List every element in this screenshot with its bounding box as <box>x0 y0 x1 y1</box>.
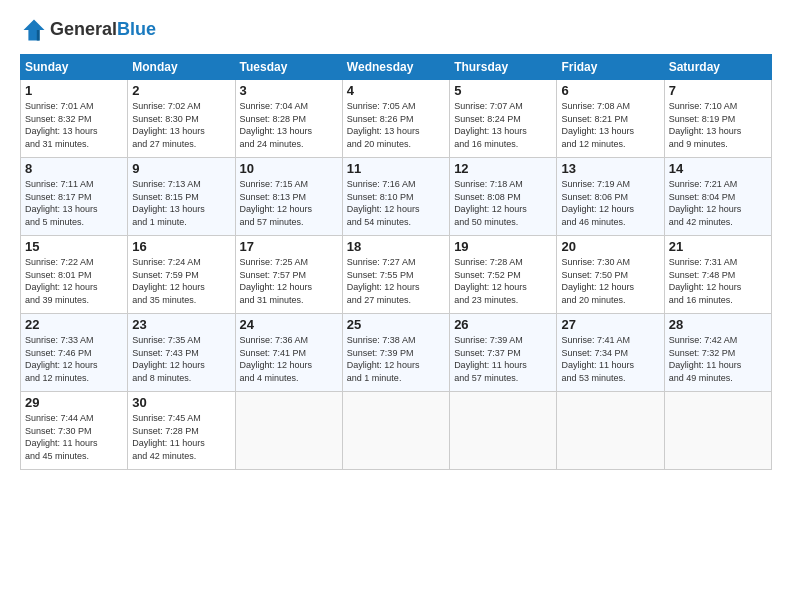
day-number: 9 <box>132 161 230 176</box>
day-number: 18 <box>347 239 445 254</box>
weekday-header: Saturday <box>664 55 771 80</box>
day-info: Sunrise: 7:10 AM Sunset: 8:19 PM Dayligh… <box>669 100 767 150</box>
weekday-header: Tuesday <box>235 55 342 80</box>
header: GeneralBlue <box>20 16 772 44</box>
day-info: Sunrise: 7:38 AM Sunset: 7:39 PM Dayligh… <box>347 334 445 384</box>
calendar: SundayMondayTuesdayWednesdayThursdayFrid… <box>20 54 772 470</box>
day-info: Sunrise: 7:30 AM Sunset: 7:50 PM Dayligh… <box>561 256 659 306</box>
day-number: 25 <box>347 317 445 332</box>
day-number: 22 <box>25 317 123 332</box>
day-info: Sunrise: 7:22 AM Sunset: 8:01 PM Dayligh… <box>25 256 123 306</box>
calendar-cell <box>235 392 342 470</box>
calendar-week-row: 1Sunrise: 7:01 AM Sunset: 8:32 PM Daylig… <box>21 80 772 158</box>
calendar-cell: 3Sunrise: 7:04 AM Sunset: 8:28 PM Daylig… <box>235 80 342 158</box>
day-info: Sunrise: 7:04 AM Sunset: 8:28 PM Dayligh… <box>240 100 338 150</box>
day-number: 2 <box>132 83 230 98</box>
calendar-cell: 13Sunrise: 7:19 AM Sunset: 8:06 PM Dayli… <box>557 158 664 236</box>
calendar-week-row: 8Sunrise: 7:11 AM Sunset: 8:17 PM Daylig… <box>21 158 772 236</box>
calendar-cell: 23Sunrise: 7:35 AM Sunset: 7:43 PM Dayli… <box>128 314 235 392</box>
day-number: 30 <box>132 395 230 410</box>
weekday-header: Thursday <box>450 55 557 80</box>
day-number: 28 <box>669 317 767 332</box>
calendar-cell: 2Sunrise: 7:02 AM Sunset: 8:30 PM Daylig… <box>128 80 235 158</box>
day-number: 3 <box>240 83 338 98</box>
calendar-week-row: 29Sunrise: 7:44 AM Sunset: 7:30 PM Dayli… <box>21 392 772 470</box>
calendar-cell: 9Sunrise: 7:13 AM Sunset: 8:15 PM Daylig… <box>128 158 235 236</box>
calendar-cell: 10Sunrise: 7:15 AM Sunset: 8:13 PM Dayli… <box>235 158 342 236</box>
day-number: 14 <box>669 161 767 176</box>
day-info: Sunrise: 7:42 AM Sunset: 7:32 PM Dayligh… <box>669 334 767 384</box>
calendar-cell: 14Sunrise: 7:21 AM Sunset: 8:04 PM Dayli… <box>664 158 771 236</box>
day-info: Sunrise: 7:21 AM Sunset: 8:04 PM Dayligh… <box>669 178 767 228</box>
logo-text: GeneralBlue <box>50 20 156 40</box>
day-info: Sunrise: 7:16 AM Sunset: 8:10 PM Dayligh… <box>347 178 445 228</box>
day-info: Sunrise: 7:36 AM Sunset: 7:41 PM Dayligh… <box>240 334 338 384</box>
calendar-cell: 11Sunrise: 7:16 AM Sunset: 8:10 PM Dayli… <box>342 158 449 236</box>
day-info: Sunrise: 7:35 AM Sunset: 7:43 PM Dayligh… <box>132 334 230 384</box>
day-number: 12 <box>454 161 552 176</box>
calendar-cell: 12Sunrise: 7:18 AM Sunset: 8:08 PM Dayli… <box>450 158 557 236</box>
weekday-header: Friday <box>557 55 664 80</box>
calendar-cell: 6Sunrise: 7:08 AM Sunset: 8:21 PM Daylig… <box>557 80 664 158</box>
calendar-cell: 20Sunrise: 7:30 AM Sunset: 7:50 PM Dayli… <box>557 236 664 314</box>
day-number: 21 <box>669 239 767 254</box>
day-info: Sunrise: 7:27 AM Sunset: 7:55 PM Dayligh… <box>347 256 445 306</box>
day-info: Sunrise: 7:08 AM Sunset: 8:21 PM Dayligh… <box>561 100 659 150</box>
day-number: 5 <box>454 83 552 98</box>
calendar-cell: 29Sunrise: 7:44 AM Sunset: 7:30 PM Dayli… <box>21 392 128 470</box>
day-info: Sunrise: 7:28 AM Sunset: 7:52 PM Dayligh… <box>454 256 552 306</box>
day-info: Sunrise: 7:01 AM Sunset: 8:32 PM Dayligh… <box>25 100 123 150</box>
calendar-cell <box>664 392 771 470</box>
day-number: 16 <box>132 239 230 254</box>
day-number: 7 <box>669 83 767 98</box>
day-number: 11 <box>347 161 445 176</box>
day-info: Sunrise: 7:05 AM Sunset: 8:26 PM Dayligh… <box>347 100 445 150</box>
day-info: Sunrise: 7:25 AM Sunset: 7:57 PM Dayligh… <box>240 256 338 306</box>
day-info: Sunrise: 7:39 AM Sunset: 7:37 PM Dayligh… <box>454 334 552 384</box>
calendar-cell: 28Sunrise: 7:42 AM Sunset: 7:32 PM Dayli… <box>664 314 771 392</box>
calendar-week-row: 22Sunrise: 7:33 AM Sunset: 7:46 PM Dayli… <box>21 314 772 392</box>
day-number: 8 <box>25 161 123 176</box>
calendar-cell: 18Sunrise: 7:27 AM Sunset: 7:55 PM Dayli… <box>342 236 449 314</box>
calendar-cell: 19Sunrise: 7:28 AM Sunset: 7:52 PM Dayli… <box>450 236 557 314</box>
calendar-cell: 24Sunrise: 7:36 AM Sunset: 7:41 PM Dayli… <box>235 314 342 392</box>
svg-marker-0 <box>24 20 45 41</box>
day-number: 10 <box>240 161 338 176</box>
day-number: 24 <box>240 317 338 332</box>
calendar-cell: 30Sunrise: 7:45 AM Sunset: 7:28 PM Dayli… <box>128 392 235 470</box>
day-info: Sunrise: 7:18 AM Sunset: 8:08 PM Dayligh… <box>454 178 552 228</box>
day-info: Sunrise: 7:41 AM Sunset: 7:34 PM Dayligh… <box>561 334 659 384</box>
calendar-week-row: 15Sunrise: 7:22 AM Sunset: 8:01 PM Dayli… <box>21 236 772 314</box>
day-number: 1 <box>25 83 123 98</box>
calendar-cell: 5Sunrise: 7:07 AM Sunset: 8:24 PM Daylig… <box>450 80 557 158</box>
day-number: 6 <box>561 83 659 98</box>
day-number: 29 <box>25 395 123 410</box>
calendar-header-row: SundayMondayTuesdayWednesdayThursdayFrid… <box>21 55 772 80</box>
calendar-cell: 7Sunrise: 7:10 AM Sunset: 8:19 PM Daylig… <box>664 80 771 158</box>
day-number: 20 <box>561 239 659 254</box>
day-number: 13 <box>561 161 659 176</box>
day-info: Sunrise: 7:15 AM Sunset: 8:13 PM Dayligh… <box>240 178 338 228</box>
calendar-cell: 16Sunrise: 7:24 AM Sunset: 7:59 PM Dayli… <box>128 236 235 314</box>
day-number: 27 <box>561 317 659 332</box>
day-number: 26 <box>454 317 552 332</box>
day-number: 17 <box>240 239 338 254</box>
logo-icon <box>20 16 48 44</box>
calendar-cell: 4Sunrise: 7:05 AM Sunset: 8:26 PM Daylig… <box>342 80 449 158</box>
calendar-cell: 26Sunrise: 7:39 AM Sunset: 7:37 PM Dayli… <box>450 314 557 392</box>
calendar-cell: 1Sunrise: 7:01 AM Sunset: 8:32 PM Daylig… <box>21 80 128 158</box>
day-info: Sunrise: 7:19 AM Sunset: 8:06 PM Dayligh… <box>561 178 659 228</box>
day-info: Sunrise: 7:44 AM Sunset: 7:30 PM Dayligh… <box>25 412 123 462</box>
day-info: Sunrise: 7:33 AM Sunset: 7:46 PM Dayligh… <box>25 334 123 384</box>
day-number: 19 <box>454 239 552 254</box>
day-info: Sunrise: 7:45 AM Sunset: 7:28 PM Dayligh… <box>132 412 230 462</box>
calendar-cell <box>450 392 557 470</box>
logo: GeneralBlue <box>20 16 156 44</box>
calendar-cell: 27Sunrise: 7:41 AM Sunset: 7:34 PM Dayli… <box>557 314 664 392</box>
day-number: 4 <box>347 83 445 98</box>
calendar-cell: 15Sunrise: 7:22 AM Sunset: 8:01 PM Dayli… <box>21 236 128 314</box>
weekday-header: Sunday <box>21 55 128 80</box>
page: GeneralBlue SundayMondayTuesdayWednesday… <box>0 0 792 612</box>
day-number: 23 <box>132 317 230 332</box>
calendar-cell: 17Sunrise: 7:25 AM Sunset: 7:57 PM Dayli… <box>235 236 342 314</box>
